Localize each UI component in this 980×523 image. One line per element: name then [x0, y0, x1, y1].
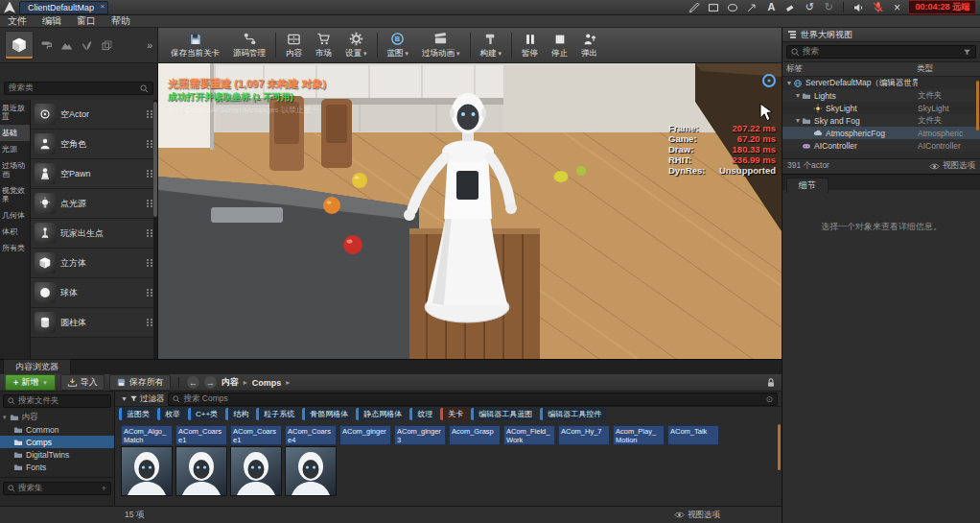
pen-tool-icon[interactable] [687, 1, 702, 14]
outliner-header[interactable]: 世界大纲视图 [782, 28, 980, 42]
import-button[interactable]: 导入 [60, 374, 105, 391]
modes-overflow-icon[interactable]: » [147, 39, 152, 51]
chip-texture[interactable]: 纹理 [409, 408, 437, 420]
speaker-icon[interactable] [851, 1, 866, 14]
rectangle-tool-icon[interactable] [706, 1, 721, 14]
chip-enum[interactable]: 枚举 [157, 408, 185, 420]
grip-icon[interactable] [147, 110, 153, 119]
save-search-icon[interactable]: ⊙ [765, 394, 773, 404]
category-basic[interactable]: 基础 [0, 125, 30, 141]
grip-icon[interactable] [147, 200, 153, 208]
asset-tile[interactable]: ACom_Talk [667, 425, 719, 506]
outliner-scrollbar[interactable] [976, 81, 979, 131]
place-item-cylinder[interactable]: 圆柱体 [31, 308, 157, 338]
close-window-icon[interactable]: × [889, 1, 904, 14]
asset-tile[interactable]: ACom_Algo_Match [121, 425, 173, 506]
folder-search-input[interactable]: 搜索文件夹 [3, 394, 111, 408]
pause-button[interactable]: 暂停 [515, 29, 545, 61]
folder-digitaltwins[interactable]: DigitalTwins [0, 448, 114, 461]
undo-icon[interactable]: ↺ [802, 1, 817, 14]
column-label[interactable]: 标签 [786, 63, 917, 75]
grip-icon[interactable] [147, 140, 153, 149]
session-timer-badge[interactable]: 00:04:28 远端 [908, 0, 976, 14]
ellipse-tool-icon[interactable] [725, 1, 740, 14]
build-button[interactable]: 构建▾ [474, 29, 509, 61]
menu-file[interactable]: 文件 [0, 14, 35, 28]
asset-tile[interactable]: ACom_ginger [339, 425, 391, 506]
outliner-columns[interactable]: 标签 类型 [782, 61, 980, 77]
place-scrollbar[interactable] [153, 100, 157, 359]
blueprints-button[interactable]: B 蓝图▾ [381, 29, 416, 61]
details-tab[interactable]: 细节 [786, 178, 828, 193]
settings-button[interactable]: 设置▾ [338, 29, 374, 61]
save-level-button[interactable]: 保存当前关卡 [164, 29, 226, 61]
place-item-empty-actor[interactable]: 空Actor [31, 100, 157, 130]
level-viewport[interactable]: 光照需要重建 (1,097 未构建 对象) 成功打开并读取坐标 (1 不可用) … [158, 63, 782, 359]
breadcrumb-current[interactable]: Comps [252, 378, 282, 388]
place-item-player-start[interactable]: 玩家出生点 [31, 219, 157, 249]
outliner-row-atmospheric-fog[interactable]: AtmosphericFog Atmospheric [782, 127, 980, 139]
asset-tile[interactable]: ACom_Coarse1 [230, 425, 282, 506]
asset-tile[interactable]: ACom_Coarse1 [175, 425, 227, 506]
folder-root[interactable]: ▾ 内容 [0, 411, 114, 423]
content-browser-tab[interactable]: 内容浏览器 [3, 359, 71, 374]
outliner-row-skylight[interactable]: SkyLight SkyLight [782, 102, 980, 114]
grip-icon[interactable] [147, 289, 153, 297]
tab-close-icon[interactable]: × [100, 2, 105, 11]
place-item-empty-pawn[interactable]: 空Pawn [31, 159, 157, 189]
foliage-mode-icon[interactable] [79, 35, 94, 56]
cinematics-button[interactable]: 过场动画▾ [415, 29, 467, 61]
folder-common[interactable]: Common [0, 423, 114, 436]
folder-comps[interactable]: Comps [0, 436, 114, 448]
asset-tile[interactable]: ACom_Coarse4 [285, 425, 337, 506]
add-new-button[interactable]: +新增▾ [5, 374, 56, 391]
asset-tile[interactable]: Acom_Play_Motion [613, 425, 665, 506]
column-type[interactable]: 类型 [917, 63, 976, 75]
back-icon[interactable]: ← [187, 376, 199, 389]
filters-dropdown[interactable]: ▼ 过滤器 [119, 393, 164, 405]
chip-skeletal-mesh[interactable]: 骨骼网格体 [302, 408, 353, 420]
category-all-classes[interactable]: 所有类 [0, 240, 30, 256]
chip-editor-utility-bp[interactable]: 编辑器工具蓝图 [471, 408, 537, 420]
chip-static-mesh[interactable]: 静态网格体 [356, 408, 407, 420]
menu-edit[interactable]: 编辑 [35, 14, 69, 28]
chip-particles[interactable]: 粒子系统 [256, 408, 299, 420]
chip-struct[interactable]: 结构 [225, 408, 253, 420]
asset-search-input[interactable]: 搜索 Comps ⊙ [168, 392, 778, 406]
place-item-cube[interactable]: 立方体 [31, 249, 157, 278]
eject-button[interactable]: 弹出 [574, 29, 604, 61]
add-collection-icon[interactable]: + [102, 484, 106, 493]
landscape-mode-icon[interactable] [58, 35, 74, 56]
grip-icon[interactable] [147, 229, 153, 238]
chip-level[interactable]: 关卡 [440, 408, 468, 420]
outliner-row-world[interactable]: ▼ ServerDefaultMap（编辑器世界） [782, 77, 980, 89]
category-recent[interactable]: 最近放置 [0, 100, 30, 125]
menu-help[interactable]: 帮助 [104, 14, 138, 28]
stop-button[interactable]: 停止 [545, 29, 574, 61]
category-geometry[interactable]: 几何体 [0, 207, 30, 224]
content-button[interactable]: 内容 [279, 29, 309, 61]
category-vfx[interactable]: 视觉效果 [0, 182, 30, 207]
filter-funnel-icon[interactable] [963, 48, 971, 57]
grip-icon[interactable] [147, 319, 153, 327]
grip-icon[interactable] [147, 259, 153, 268]
place-item-sphere[interactable]: 球体 [31, 278, 157, 308]
menu-window[interactable]: 窗口 [69, 14, 104, 28]
place-item-point-light[interactable]: 点光源 [31, 189, 157, 219]
asset-tile[interactable]: ACom_Hy_7 [558, 425, 610, 506]
asset-tile[interactable]: Acom_Grasp [449, 425, 501, 506]
lock-icon[interactable] [765, 377, 777, 389]
microphone-muted-icon[interactable] [870, 1, 885, 14]
geometry-mode-icon[interactable] [99, 35, 114, 56]
category-cinematic[interactable]: 过场动画 [0, 157, 30, 182]
chip-blueprint[interactable]: 蓝图类 [119, 408, 154, 420]
outliner-search-input[interactable]: 搜索 [786, 45, 976, 59]
grip-icon[interactable] [147, 170, 153, 178]
text-tool-icon[interactable]: A [763, 1, 779, 14]
place-item-empty-character[interactable]: 空角色 [31, 130, 157, 159]
asset-tile[interactable]: ACom_Field_Work [503, 425, 555, 506]
category-lights[interactable]: 光源 [0, 141, 30, 157]
save-all-button[interactable]: 保存所有 [109, 374, 171, 391]
marketplace-button[interactable]: 市场 [309, 29, 338, 61]
breadcrumb-root[interactable]: 内容 [222, 376, 239, 389]
